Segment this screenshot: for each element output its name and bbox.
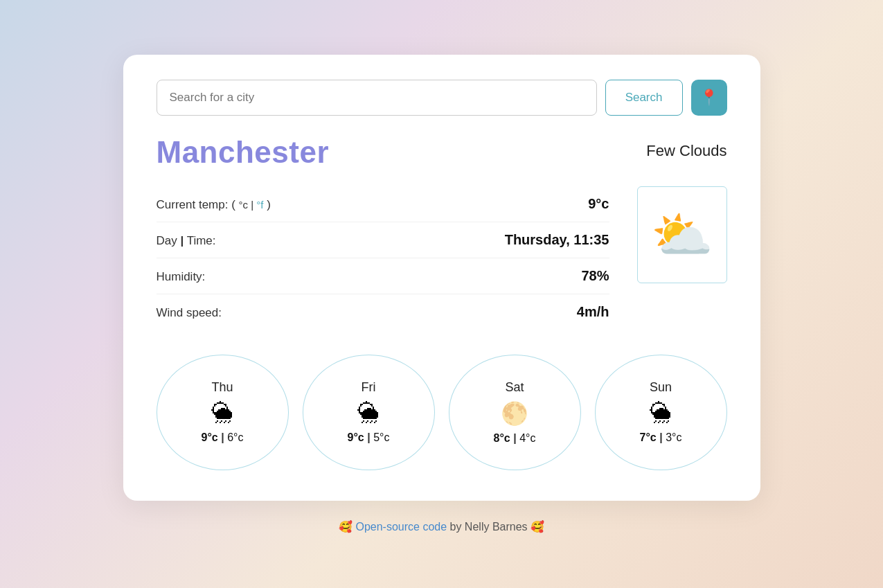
forecast-temps: 9°c | 6°c bbox=[202, 431, 244, 444]
forecast-icon: 🌦 bbox=[357, 400, 380, 426]
forecast-card: Thu🌦9°c | 6°c bbox=[157, 355, 289, 470]
footer-emoji-end: 🥰 bbox=[530, 521, 544, 533]
forecast-day: Thu bbox=[211, 380, 233, 395]
temp-row: Current temp: ( °c | °f ) 9°c bbox=[157, 186, 609, 222]
humidity-label: Humidity: bbox=[157, 270, 206, 284]
info-rows: Current temp: ( °c | °f ) 9°c Day | Time… bbox=[157, 186, 609, 330]
forecast-card: Sat🌕8°c | 4°c bbox=[449, 355, 581, 470]
forecast-temps: 8°c | 4°c bbox=[494, 432, 536, 445]
current-weather-icon-box: ⛅ bbox=[637, 186, 727, 283]
humidity-row: Humidity: 78% bbox=[157, 258, 609, 294]
forecast-icon: 🌦 bbox=[650, 400, 672, 426]
current-weather-icon: ⛅ bbox=[651, 206, 713, 265]
temp-value: 9°c bbox=[588, 196, 609, 212]
forecast-day: Sun bbox=[650, 380, 672, 395]
datetime-row: Day | Time: Thursday, 11:35 bbox=[157, 222, 609, 258]
footer-middle: by Nelly Barnes bbox=[447, 521, 530, 533]
wind-value: 4m/h bbox=[577, 304, 609, 320]
search-input[interactable] bbox=[157, 80, 597, 116]
wind-label: Wind speed: bbox=[157, 306, 222, 320]
forecast-temps: 9°c | 5°c bbox=[348, 431, 390, 444]
forecast-day: Sat bbox=[505, 380, 524, 395]
forecast-row: Thu🌦9°c | 6°cFri🌦9°c | 5°cSat🌕8°c | 4°cS… bbox=[157, 355, 727, 470]
forecast-card: Sun🌦7°c | 3°c bbox=[595, 355, 727, 470]
footer-link[interactable]: Open-source code bbox=[355, 521, 447, 533]
location-button[interactable]: 📍 bbox=[691, 80, 727, 116]
datetime-label: Day | Time: bbox=[157, 234, 216, 248]
footer: 🥰 Open-source code by Nelly Barnes 🥰 bbox=[339, 520, 544, 533]
city-name: Manchester bbox=[157, 135, 330, 170]
weather-description: Few Clouds bbox=[646, 142, 726, 160]
search-row: Search 📍 bbox=[157, 80, 727, 116]
forecast-card: Fri🌦9°c | 5°c bbox=[303, 355, 435, 470]
temp-label: Current temp: ( °c | °f ) bbox=[157, 198, 271, 212]
forecast-temps: 7°c | 3°c bbox=[640, 431, 682, 444]
forecast-icon: 🌕 bbox=[501, 400, 528, 427]
info-section: Current temp: ( °c | °f ) 9°c Day | Time… bbox=[157, 186, 727, 330]
search-button[interactable]: Search bbox=[605, 80, 683, 116]
footer-emoji-start: 🥰 bbox=[339, 521, 353, 533]
main-card: Search 📍 Manchester Few Clouds Current t… bbox=[123, 55, 760, 500]
wind-row: Wind speed: 4m/h bbox=[157, 294, 609, 330]
city-header: Manchester Few Clouds bbox=[157, 135, 727, 170]
forecast-day: Fri bbox=[362, 380, 376, 395]
location-icon: 📍 bbox=[699, 89, 718, 107]
humidity-value: 78% bbox=[581, 268, 609, 284]
datetime-value: Thursday, 11:35 bbox=[505, 232, 609, 248]
forecast-icon: 🌦 bbox=[211, 400, 233, 426]
